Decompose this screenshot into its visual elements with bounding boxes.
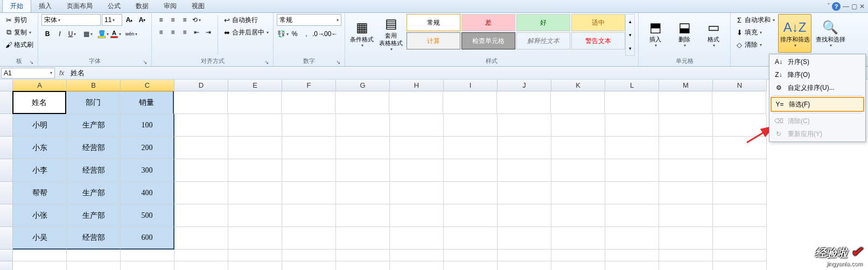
cell[interactable] [712, 91, 766, 114]
align-center-button[interactable]: ≡ [167, 26, 179, 38]
cell[interactable] [444, 114, 498, 137]
tab-data[interactable]: 数据 [128, 0, 156, 12]
cell[interactable]: 小张 [13, 204, 67, 227]
cell[interactable]: 经营部 [67, 159, 121, 182]
cell[interactable] [336, 250, 390, 261]
cell[interactable] [13, 261, 67, 270]
cut-button[interactable]: ✂剪切 [3, 14, 34, 26]
cell[interactable] [228, 137, 282, 159]
cell[interactable] [174, 114, 228, 137]
col-header-N[interactable]: N [713, 80, 767, 91]
align-left-button[interactable]: ≡ [155, 26, 167, 38]
cell[interactable] [282, 204, 336, 227]
cell[interactable] [444, 182, 498, 204]
cell[interactable] [713, 159, 767, 182]
cell[interactable] [551, 159, 605, 182]
phonetic-button[interactable]: wén▾ [125, 28, 137, 40]
col-header-D[interactable]: D [174, 80, 228, 91]
col-header-J[interactable]: J [498, 80, 551, 91]
help-icon[interactable]: ? [832, 2, 841, 11]
comma-button[interactable]: , [300, 28, 312, 40]
cell[interactable] [444, 204, 498, 227]
cell[interactable] [444, 250, 498, 261]
style-cell-warn[interactable]: 警告文本 [571, 32, 625, 49]
autosum-button[interactable]: Σ自动求和▾ [734, 14, 776, 26]
cell[interactable]: 生产部 [67, 182, 121, 204]
cell[interactable]: 部门 [66, 91, 120, 114]
cell[interactable] [713, 182, 767, 204]
align-right-button[interactable]: ≡ [179, 26, 191, 38]
cell[interactable] [551, 137, 605, 159]
shrink-font-button[interactable]: A▾ [136, 14, 148, 26]
cell[interactable] [551, 250, 605, 261]
font-name-combo[interactable]: 宋体▾ [41, 14, 101, 26]
insert-cells-button[interactable]: ⬒插入▾ [642, 14, 669, 53]
tab-insert[interactable]: 插入 [31, 0, 59, 12]
cell[interactable] [389, 91, 443, 114]
cell[interactable] [498, 159, 551, 182]
row-header[interactable] [0, 261, 13, 270]
indent-decrease-button[interactable]: ⇤ [191, 26, 202, 38]
cell[interactable] [228, 261, 282, 270]
cell[interactable] [605, 91, 659, 114]
copy-button[interactable]: ⧉复制▾ [3, 26, 34, 38]
cell[interactable] [282, 182, 336, 204]
clear-button[interactable]: ◇清除▾ [734, 39, 776, 51]
cell[interactable] [444, 159, 498, 182]
cell[interactable] [121, 261, 174, 270]
formula-input[interactable]: 姓名 [68, 68, 868, 78]
conditional-formatting-button[interactable]: ▦ 条件格式 ▾ [348, 14, 375, 53]
cell[interactable] [67, 261, 121, 270]
fx-icon[interactable]: fx [59, 69, 64, 77]
cell[interactable] [551, 91, 605, 114]
number-format-combo[interactable]: 常规▾ [277, 14, 341, 26]
cell[interactable] [174, 91, 228, 114]
cell[interactable] [174, 250, 228, 261]
window-minimize-icon[interactable]: — [843, 3, 849, 10]
cell[interactable] [174, 182, 228, 204]
cell[interactable] [282, 114, 336, 137]
row-header[interactable] [0, 114, 13, 137]
cell[interactable] [659, 114, 713, 137]
cell[interactable] [282, 137, 336, 159]
cell[interactable] [605, 250, 659, 261]
filter-item[interactable]: Y=筛选(F) [771, 97, 864, 112]
style-cell-neutral[interactable]: 适中 [571, 14, 625, 31]
tab-view[interactable]: 视图 [184, 0, 212, 12]
align-middle-button[interactable]: ≡ [167, 14, 179, 26]
accounting-format-button[interactable]: 💱▾ [277, 28, 289, 40]
launcher-icon[interactable]: ↘ [143, 59, 147, 65]
cell[interactable] [551, 227, 605, 250]
format-cells-button[interactable]: ▭格式▾ [700, 14, 727, 53]
cell[interactable] [444, 227, 498, 250]
cell[interactable] [228, 250, 282, 261]
cell[interactable] [228, 227, 282, 250]
bold-button[interactable]: B [41, 28, 53, 40]
cell[interactable] [13, 250, 67, 261]
cell[interactable] [282, 159, 336, 182]
cell[interactable] [390, 250, 444, 261]
col-header-A[interactable]: A [13, 80, 67, 91]
gallery-down-button[interactable]: ▾ [626, 28, 634, 41]
cell[interactable] [390, 114, 444, 137]
cell[interactable] [174, 227, 228, 250]
italic-button[interactable]: I [54, 28, 66, 40]
sort-filter-button[interactable]: A↓Z 排序和筛选 ▾ [778, 14, 811, 53]
col-header-K[interactable]: K [551, 80, 605, 91]
tab-review[interactable]: 审阅 [156, 0, 184, 12]
cell[interactable] [551, 182, 605, 204]
orientation-button[interactable]: ⟲▾ [191, 14, 202, 26]
cell[interactable] [498, 261, 551, 270]
cell[interactable]: 500 [121, 204, 174, 227]
cell[interactable]: 帮帮 [13, 182, 67, 204]
cell[interactable] [605, 182, 659, 204]
cell[interactable] [551, 204, 605, 227]
cell[interactable] [228, 159, 282, 182]
cell[interactable] [659, 204, 713, 227]
merge-center-button[interactable]: ⬌合并后居中▾ [221, 26, 270, 38]
style-cell-normal[interactable]: 常规 [407, 14, 460, 31]
style-cell-check[interactable]: 检查单元格 [461, 32, 515, 49]
minimize-ribbon-icon[interactable]: ˇ [828, 3, 830, 10]
cell[interactable] [444, 137, 498, 159]
sort-desc-item[interactable]: Z↓降序(O) [771, 68, 864, 81]
